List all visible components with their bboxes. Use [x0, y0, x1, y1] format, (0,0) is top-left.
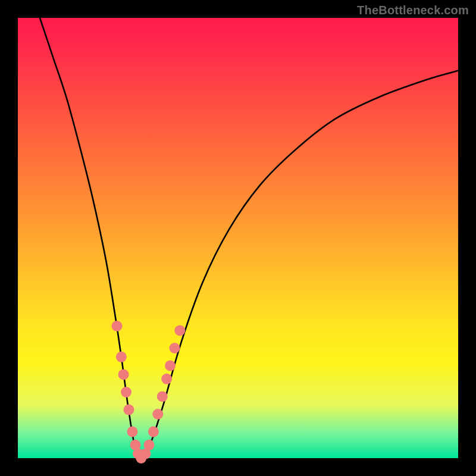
curve-marker [112, 321, 123, 331]
curve-marker [157, 391, 168, 402]
chart-svg [18, 18, 458, 458]
marker-group [112, 321, 186, 464]
curve-marker [116, 352, 127, 362]
curve-marker [121, 387, 131, 397]
curve-marker [165, 361, 176, 371]
watermark-text: TheBottleneck.com [357, 4, 469, 17]
curve-marker [161, 374, 172, 384]
curve-marker [123, 405, 134, 415]
curve-marker [174, 325, 185, 336]
curve-marker [148, 427, 159, 437]
curve-marker [169, 343, 180, 353]
curve-marker [118, 369, 129, 380]
curve-marker [144, 440, 155, 450]
bottleneck-curve [40, 18, 458, 458]
plot-area [18, 18, 458, 458]
chart-frame: TheBottleneck.com [0, 0, 476, 476]
curve-marker [127, 427, 137, 437]
curve-marker [152, 409, 163, 419]
